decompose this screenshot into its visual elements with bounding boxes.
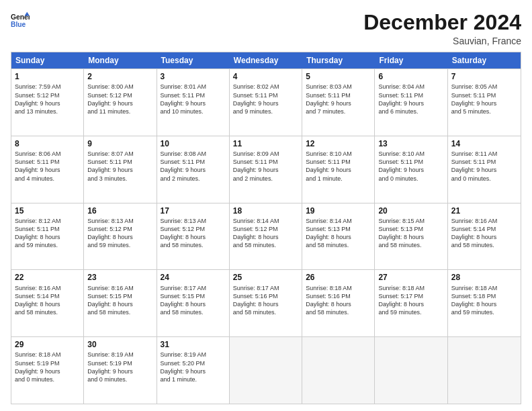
empty-cell bbox=[302, 337, 375, 404]
cell-line: Daylight: 8 hours bbox=[451, 233, 517, 241]
cell-line: Sunrise: 8:13 AM bbox=[87, 217, 152, 225]
cell-line: Sunrise: 8:16 AM bbox=[15, 284, 80, 292]
cell-line: Sunrise: 8:15 AM bbox=[378, 217, 443, 225]
calendar-row-2: 8Sunrise: 8:06 AMSunset: 5:11 PMDaylight… bbox=[11, 136, 521, 203]
day-cell-10: 10Sunrise: 8:08 AMSunset: 5:11 PMDayligh… bbox=[157, 136, 230, 203]
cell-line: Daylight: 8 hours bbox=[87, 233, 152, 241]
cell-line: Sunset: 5:11 PM bbox=[87, 158, 152, 166]
day-cell-9: 9Sunrise: 8:07 AMSunset: 5:11 PMDaylight… bbox=[84, 136, 157, 203]
calendar-row-1: 1Sunrise: 7:59 AMSunset: 5:12 PMDaylight… bbox=[11, 68, 521, 136]
empty-cell bbox=[375, 337, 447, 404]
cell-line: Daylight: 8 hours bbox=[306, 300, 371, 308]
cell-line: and 5 minutes. bbox=[451, 107, 517, 116]
cell-line: Sunrise: 8:05 AM bbox=[451, 83, 517, 91]
cell-line: Sunrise: 8:17 AM bbox=[233, 284, 298, 292]
day-cell-13: 13Sunrise: 8:10 AMSunset: 5:11 PMDayligh… bbox=[375, 136, 447, 203]
cell-line: Sunset: 5:19 PM bbox=[87, 359, 152, 367]
cell-line: Daylight: 9 hours bbox=[87, 166, 152, 174]
cell-line: Daylight: 9 hours bbox=[161, 166, 226, 174]
cell-line: Sunset: 5:11 PM bbox=[233, 91, 298, 99]
cell-line: and 0 minutes. bbox=[451, 175, 517, 183]
cell-line: and 58 minutes. bbox=[233, 241, 298, 249]
cell-line: Sunset: 5:16 PM bbox=[306, 292, 371, 300]
cell-line: and 4 minutes. bbox=[15, 175, 80, 183]
cell-line: Daylight: 9 hours bbox=[161, 367, 226, 375]
day-number: 14 bbox=[451, 138, 517, 149]
cell-line: and 59 minutes. bbox=[378, 308, 443, 316]
day-cell-1: 1Sunrise: 7:59 AMSunset: 5:12 PMDaylight… bbox=[11, 69, 84, 136]
cell-line: and 58 minutes. bbox=[451, 241, 517, 249]
cell-line: Sunset: 5:11 PM bbox=[378, 91, 443, 99]
cell-line: Sunrise: 8:01 AM bbox=[161, 83, 226, 91]
cell-line: and 13 minutes. bbox=[15, 107, 80, 116]
header-day-monday: Monday bbox=[84, 52, 157, 68]
day-cell-19: 19Sunrise: 8:14 AMSunset: 5:13 PMDayligh… bbox=[302, 203, 375, 270]
cell-line: Sunset: 5:12 PM bbox=[233, 225, 298, 233]
cell-line: Sunset: 5:11 PM bbox=[161, 91, 226, 99]
day-number: 7 bbox=[451, 71, 517, 82]
day-number: 31 bbox=[161, 339, 226, 350]
cell-line: and 7 minutes. bbox=[306, 107, 371, 116]
calendar-body: 1Sunrise: 7:59 AMSunset: 5:12 PMDaylight… bbox=[11, 68, 521, 404]
day-number: 24 bbox=[161, 272, 226, 283]
cell-line: Sunset: 5:11 PM bbox=[451, 91, 517, 99]
cell-line: Sunrise: 8:04 AM bbox=[378, 83, 443, 91]
cell-line: Sunrise: 7:59 AM bbox=[15, 83, 80, 91]
cell-line: Daylight: 9 hours bbox=[15, 166, 80, 174]
day-number: 10 bbox=[161, 138, 226, 149]
day-number: 5 bbox=[306, 71, 371, 82]
day-cell-28: 28Sunrise: 8:18 AMSunset: 5:18 PMDayligh… bbox=[448, 270, 521, 336]
day-number: 1 bbox=[15, 71, 80, 82]
day-cell-17: 17Sunrise: 8:13 AMSunset: 5:12 PMDayligh… bbox=[157, 203, 230, 270]
cell-line: and 1 minute. bbox=[306, 175, 371, 183]
header-day-thursday: Thursday bbox=[302, 52, 375, 68]
cell-line: and 58 minutes. bbox=[161, 308, 226, 316]
header-day-friday: Friday bbox=[375, 52, 447, 68]
day-number: 12 bbox=[306, 138, 371, 149]
cell-line: Sunset: 5:12 PM bbox=[87, 91, 152, 99]
header-day-sunday: Sunday bbox=[11, 52, 84, 68]
cell-line: Sunrise: 8:00 AM bbox=[87, 83, 152, 91]
cell-line: Sunrise: 8:18 AM bbox=[306, 284, 371, 292]
cell-line: and 59 minutes. bbox=[15, 241, 80, 249]
cell-line: Daylight: 9 hours bbox=[306, 166, 371, 174]
cell-line: Sunrise: 8:16 AM bbox=[451, 217, 517, 225]
cell-line: Sunset: 5:14 PM bbox=[451, 225, 517, 233]
cell-line: Sunrise: 8:17 AM bbox=[161, 284, 226, 292]
cell-line: Daylight: 8 hours bbox=[306, 233, 371, 241]
cell-line: Sunset: 5:11 PM bbox=[306, 158, 371, 166]
title-area: December 2024 Sauvian, France bbox=[363, 11, 521, 46]
calendar-row-3: 15Sunrise: 8:12 AMSunset: 5:11 PMDayligh… bbox=[11, 203, 521, 270]
cell-line: Sunrise: 8:10 AM bbox=[306, 150, 371, 158]
cell-line: and 6 minutes. bbox=[378, 107, 443, 116]
day-cell-21: 21Sunrise: 8:16 AMSunset: 5:14 PMDayligh… bbox=[448, 203, 521, 270]
cell-line: Daylight: 8 hours bbox=[15, 233, 80, 241]
cell-line: Sunrise: 8:12 AM bbox=[15, 217, 80, 225]
cell-line: Daylight: 8 hours bbox=[161, 300, 226, 308]
cell-line: Sunset: 5:13 PM bbox=[306, 225, 371, 233]
cell-line: Sunset: 5:12 PM bbox=[15, 91, 80, 99]
cell-line: Sunrise: 8:13 AM bbox=[161, 217, 226, 225]
cell-line: Daylight: 9 hours bbox=[378, 166, 443, 174]
day-cell-27: 27Sunrise: 8:18 AMSunset: 5:17 PMDayligh… bbox=[375, 270, 447, 336]
day-number: 19 bbox=[306, 205, 371, 216]
cell-line: Sunset: 5:11 PM bbox=[161, 158, 226, 166]
day-number: 11 bbox=[233, 138, 298, 149]
day-number: 22 bbox=[15, 272, 80, 283]
cell-line: Sunrise: 8:08 AM bbox=[161, 150, 226, 158]
day-number: 13 bbox=[378, 138, 443, 149]
header-day-tuesday: Tuesday bbox=[157, 52, 230, 68]
cell-line: Sunrise: 8:06 AM bbox=[15, 150, 80, 158]
cell-line: Sunrise: 8:10 AM bbox=[378, 150, 443, 158]
cell-line: Daylight: 9 hours bbox=[15, 367, 80, 375]
cell-line: Sunset: 5:20 PM bbox=[161, 359, 226, 367]
cell-line: and 1 minute. bbox=[161, 375, 226, 383]
day-cell-26: 26Sunrise: 8:18 AMSunset: 5:16 PMDayligh… bbox=[302, 270, 375, 336]
cell-line: Daylight: 8 hours bbox=[161, 233, 226, 241]
cell-line: Sunset: 5:11 PM bbox=[451, 158, 517, 166]
day-cell-16: 16Sunrise: 8:13 AMSunset: 5:12 PMDayligh… bbox=[84, 203, 157, 270]
cell-line: Daylight: 8 hours bbox=[233, 233, 298, 241]
cell-line: Sunrise: 8:02 AM bbox=[233, 83, 298, 91]
day-cell-23: 23Sunrise: 8:16 AMSunset: 5:15 PMDayligh… bbox=[84, 270, 157, 336]
calendar-header: SundayMondayTuesdayWednesdayThursdayFrid… bbox=[11, 52, 521, 68]
